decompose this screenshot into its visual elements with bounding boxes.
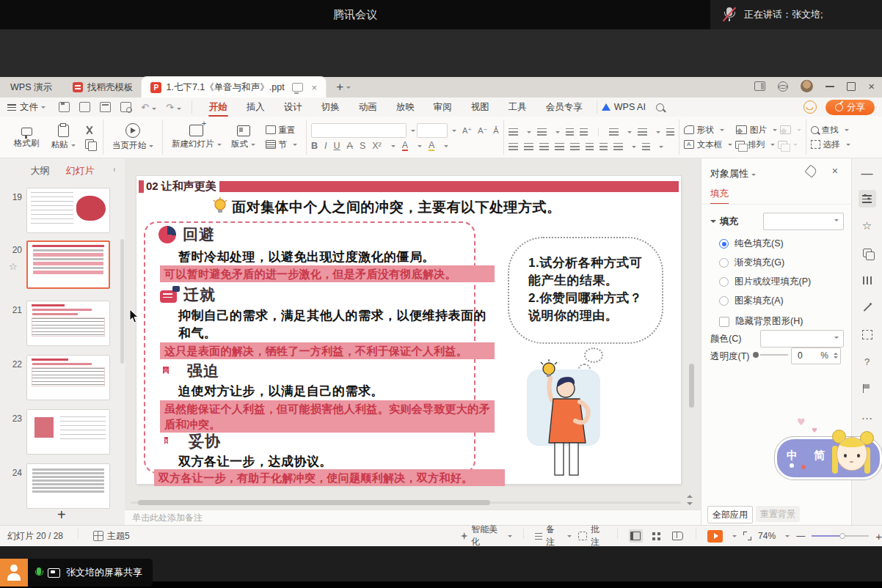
tab-transition[interactable]: 切换 bbox=[312, 98, 349, 117]
tab-docer[interactable]: 找稻壳模板 bbox=[64, 77, 142, 98]
thumbnail-scrollbar[interactable] bbox=[120, 239, 124, 364]
bold-button[interactable]: B bbox=[311, 141, 318, 151]
underline-button[interactable]: U bbox=[334, 141, 340, 151]
clear-format-icon[interactable]: A̽ bbox=[493, 126, 498, 135]
paragraph-dialog-icon[interactable] bbox=[642, 143, 650, 150]
file-menu[interactable]: 文件 bbox=[7, 101, 45, 114]
picture-button[interactable]: 图片 bbox=[750, 125, 767, 136]
zoom-in-button[interactable]: + bbox=[875, 530, 882, 543]
next-slide-icon[interactable] bbox=[687, 502, 693, 508]
panel-close-icon[interactable]: × bbox=[832, 165, 838, 177]
print-preview-icon[interactable] bbox=[120, 102, 131, 112]
tab-animation[interactable]: 动画 bbox=[349, 98, 387, 117]
wps-ai-button[interactable]: WPS AI bbox=[602, 102, 646, 112]
panel-title[interactable]: 对象属性 bbox=[710, 167, 756, 180]
slides-tab[interactable]: 幻灯片 bbox=[66, 164, 95, 177]
distribute-icon[interactable] bbox=[570, 143, 580, 150]
beautify-strip-icon[interactable] bbox=[859, 298, 876, 316]
shadow-button[interactable]: S bbox=[360, 141, 365, 151]
superscript-button[interactable]: X² bbox=[372, 141, 382, 151]
slide-20[interactable]: 02 让和声更美 面对集体中个人之间的冲突，主要有以下处理方式。 回避 暂时冷却… bbox=[136, 176, 681, 484]
tab-view[interactable]: 视图 bbox=[462, 98, 499, 117]
slideshow-play-button[interactable] bbox=[707, 530, 723, 543]
spin-up-icon[interactable] bbox=[834, 350, 838, 355]
bullets-icon[interactable] bbox=[509, 128, 518, 136]
output-icon[interactable] bbox=[79, 102, 90, 112]
format-painter-button[interactable]: 格式刷 bbox=[12, 126, 41, 149]
sync-icon[interactable] bbox=[778, 81, 788, 92]
tab-list-chevron-icon[interactable] bbox=[346, 87, 351, 91]
collapse-panel-icon[interactable]: ‹ bbox=[114, 164, 116, 174]
minimize-icon[interactable] bbox=[825, 86, 834, 87]
thumbnail-slide-21[interactable] bbox=[26, 301, 110, 346]
arrange-button[interactable]: 排列 bbox=[748, 139, 765, 150]
zoom-slider[interactable] bbox=[812, 535, 869, 537]
search-icon[interactable] bbox=[656, 103, 664, 111]
add-slide-button[interactable]: + bbox=[57, 509, 66, 521]
save-icon[interactable] bbox=[59, 102, 70, 112]
vertical-scrollbar[interactable] bbox=[689, 173, 694, 488]
flag-strip-icon[interactable] bbox=[859, 380, 876, 397]
notes-input[interactable]: 单击此处添加备注 bbox=[125, 510, 701, 525]
reset-button[interactable]: 重置 bbox=[266, 125, 298, 136]
undo-button[interactable]: ↶ bbox=[141, 102, 156, 113]
play-from-current-button[interactable]: 当页开始 bbox=[112, 123, 153, 151]
tab-close-icon[interactable]: × bbox=[312, 82, 318, 93]
columns-icon[interactable] bbox=[609, 128, 619, 136]
tab-tools[interactable]: 工具 bbox=[499, 98, 536, 117]
shrink-font-icon[interactable]: A⁻ bbox=[478, 126, 487, 136]
maximize-icon[interactable] bbox=[847, 82, 856, 91]
tab-slideshow[interactable]: 放映 bbox=[387, 98, 424, 117]
checkbox-hide-background[interactable]: 隐藏背景图形(H) bbox=[719, 315, 803, 328]
font-name-input[interactable] bbox=[311, 123, 407, 138]
grow-font-icon[interactable]: A⁺ bbox=[462, 126, 472, 136]
redo-button[interactable]: ↷ bbox=[166, 102, 181, 113]
feedback-icon[interactable] bbox=[803, 100, 817, 114]
side-panel-icon[interactable] bbox=[754, 81, 765, 91]
frame-strip-icon[interactable] bbox=[859, 326, 876, 343]
theme-button[interactable]: 主题5 bbox=[93, 530, 130, 543]
font-size-input[interactable] bbox=[417, 123, 448, 138]
smart-align-icon[interactable] bbox=[586, 143, 594, 150]
font-color-button[interactable]: A bbox=[402, 142, 408, 151]
account-avatar[interactable] bbox=[801, 80, 813, 92]
color-dropdown[interactable] bbox=[760, 330, 844, 348]
zoom-level[interactable]: 74% bbox=[758, 531, 776, 541]
pin-icon[interactable] bbox=[804, 164, 817, 177]
fill-tab[interactable]: 填充 bbox=[710, 188, 729, 205]
cut-icon[interactable] bbox=[85, 126, 94, 135]
previous-slide-icon[interactable] bbox=[687, 492, 693, 498]
radio-solid-fill[interactable]: 纯色填充(S) bbox=[719, 238, 784, 250]
thumbnail-slide-19[interactable] bbox=[26, 188, 110, 233]
apply-all-button[interactable]: 全部应用 bbox=[707, 506, 753, 523]
transparency-spinner[interactable]: 0 % bbox=[791, 348, 841, 364]
reset-background-button[interactable]: 重置背景 bbox=[756, 506, 800, 522]
align-right-icon[interactable] bbox=[539, 143, 549, 150]
shapes-icon[interactable] bbox=[684, 125, 694, 134]
new-slide-button[interactable]: 新建幻灯片 bbox=[172, 125, 222, 150]
collapse-strip-icon[interactable]: — bbox=[861, 167, 873, 180]
decrease-indent-icon[interactable] bbox=[566, 128, 574, 136]
sorter-view-button[interactable] bbox=[649, 529, 664, 543]
find-icon[interactable] bbox=[811, 126, 819, 134]
highlight-color-button[interactable]: A bbox=[429, 142, 434, 151]
radio-pattern-fill[interactable]: 图案填充(A) bbox=[719, 295, 784, 307]
tab-design[interactable]: 设计 bbox=[274, 98, 312, 117]
more-strip-icon[interactable]: … bbox=[859, 407, 876, 425]
textbox-icon[interactable]: A bbox=[684, 140, 694, 149]
justify-icon[interactable] bbox=[555, 143, 564, 150]
increase-indent-icon[interactable] bbox=[580, 128, 588, 136]
select-button[interactable]: 选择 bbox=[823, 139, 840, 150]
share-button[interactable]: 分享 bbox=[825, 100, 875, 115]
tab-insert[interactable]: 插入 bbox=[237, 98, 274, 117]
thumbnail-slide-23[interactable] bbox=[26, 409, 110, 455]
transparency-slider-handle[interactable] bbox=[753, 352, 759, 358]
thumbnail-slide-20-selected[interactable] bbox=[26, 240, 110, 289]
notes-button[interactable]: 备注 bbox=[535, 523, 572, 548]
copy-icon[interactable] bbox=[85, 139, 94, 149]
properties-strip-icon[interactable] bbox=[859, 190, 876, 207]
tab-review[interactable]: 审阅 bbox=[424, 98, 462, 117]
normal-view-button[interactable] bbox=[629, 529, 644, 543]
fit-to-window-icon[interactable] bbox=[743, 532, 751, 540]
thumbnail-slide-24[interactable] bbox=[26, 463, 110, 509]
